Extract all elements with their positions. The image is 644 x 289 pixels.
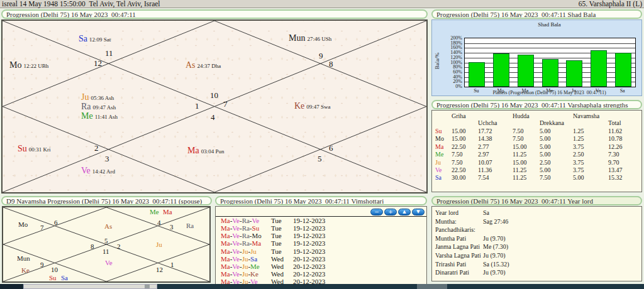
yearlord-row-label: Year lord	[435, 209, 458, 216]
sign-number: 6	[329, 144, 333, 153]
column-header: Navamsha	[573, 112, 599, 119]
dasha-row[interactable]: Ma-Ve-Ra-MoTue19-12-2023	[216, 232, 426, 239]
column-header: Total	[608, 119, 621, 126]
dasha-row[interactable]: Ma-Ve-Ra-SuTue19-12-2023	[216, 224, 426, 232]
y-tick-label: 100%	[433, 60, 462, 65]
dasha-row[interactable]: Ma-Ve-Ra-MaTue19-12-2023	[216, 239, 426, 247]
dasha-row[interactable]: Ma-Ve-Ra-VeTue19-12-2023	[216, 217, 426, 224]
planet-degree-nakshatra: 14:42 Ard	[92, 168, 115, 175]
dasha-row[interactable]: Ma-Ve-Ju-MeWed20-12-2023	[216, 263, 426, 270]
dasha-date: 20-12-2023	[293, 270, 325, 278]
planet-abbr: Ve	[81, 166, 91, 175]
strength-value: 5.00	[540, 151, 551, 158]
dasha-weekday: Tue	[271, 224, 282, 232]
yearlord-panel: Year lordSaMuntha:Sag 27:46Panchadhikari…	[431, 206, 642, 281]
sign-number: 2	[117, 243, 121, 250]
sign-number: 7	[223, 100, 228, 109]
bar-ma	[518, 55, 534, 87]
taskbar-item-segment[interactable]	[417, 284, 447, 289]
vimshottari-panel-header[interactable]: Progression (Delhi 75) 16 May 2023 00:47…	[215, 196, 427, 205]
gridline	[465, 43, 635, 44]
d1-rasi-chart[interactable]: Sa12:09 SatMo12:22 UBhMun27:46 UShAs24:3…	[1, 19, 428, 194]
strength-value: 7.50	[540, 174, 551, 181]
planet-label-sa: Sa12:09 Sat	[79, 34, 111, 44]
planet-label-ra: Ra09:47 Ash	[81, 102, 116, 112]
planet-abbr: Ma	[221, 263, 230, 270]
planet-label-sa: Sa	[61, 273, 68, 281]
dasha-date: 19-12-2023	[293, 248, 325, 255]
bar-su	[469, 62, 485, 87]
planet-abbr: Ve	[435, 166, 442, 173]
y-tick-label: 40%	[433, 74, 462, 80]
planet-abbr: Sa	[79, 34, 87, 43]
dasha-row[interactable]: Ma-Ve-Ju-SaWed20-12-2023	[216, 255, 426, 263]
column-header: Griha	[452, 112, 466, 119]
planet-abbr: Ra	[242, 224, 250, 232]
planet-abbr: Me	[435, 151, 443, 158]
column-header: Uchcha	[478, 119, 497, 126]
planet-abbr: Ju	[242, 270, 248, 278]
dasha-date: 20-12-2023	[293, 255, 325, 263]
vimshottari-list: −+▲▼Ma-Ve-Ra-VeTue19-12-2023Ma-Ve-Ra-SuT…	[215, 206, 427, 286]
dasha-down-button[interactable]: ▼	[412, 209, 425, 215]
planet-degree-nakshatra: 05:36 Ash	[91, 95, 114, 101]
y-tick-label: 120%	[433, 55, 462, 60]
planet-abbr: Su	[252, 224, 260, 232]
sign-number: 7	[40, 224, 44, 231]
yearlord-panel-header[interactable]: Progression (Delhi 75) 16 May 2023 00:47…	[431, 196, 642, 205]
planet-abbr: Ke	[294, 101, 304, 111]
dasha-row[interactable]: Ma-Ve-Ju-JuTue19-12-2023	[216, 248, 426, 255]
planet-label-ve: Ve	[105, 258, 113, 266]
dasha-weekday: Wed	[271, 255, 284, 263]
dasha-row[interactable]: Ma-Ve-Ju-KeWed20-12-2023	[216, 270, 426, 278]
dasha-date: 19-12-2023	[293, 232, 325, 239]
dasha-period-label: Ma-Ve-Ra-Mo	[221, 232, 262, 239]
dasha-date: 19-12-2023	[293, 239, 325, 247]
dasha-up-button[interactable]: ▲	[398, 209, 411, 215]
strength-value: 9.70	[608, 159, 619, 166]
planet-label-ve: Ve14:42 Ard	[81, 166, 115, 176]
d1-panel-header[interactable]: Progression (Delhi 75) 16 May 2023 00:47…	[1, 9, 428, 19]
sign-number: 12	[156, 266, 163, 273]
planet-abbr: Ke	[21, 266, 30, 274]
planet-degree-nakshatra: 24:37 Dha	[197, 63, 221, 69]
dasha-weekday: Tue	[271, 239, 282, 247]
planet-abbr: Ve	[232, 239, 240, 247]
planet-abbr: Ve	[232, 232, 240, 239]
taskbar-start-segment[interactable]	[0, 284, 23, 289]
planet-abbr: Ve	[105, 259, 113, 266]
planet-label-ra: Ra	[186, 221, 194, 229]
yearlord-row-value: Ju (9.70)	[483, 235, 506, 242]
sign-number: 1	[170, 261, 174, 268]
shadbala-panel-header[interactable]: Progression (Delhi 75) 16 May 2023 00:47…	[431, 9, 642, 19]
planet-label-ke: Ke09:47 Swa	[294, 101, 331, 111]
gridline	[465, 53, 635, 53]
planet-label-me: Me	[150, 207, 159, 215]
strengths-panel-header[interactable]: Progression (Delhi 75) 16 May 2023 00:47…	[431, 100, 642, 109]
dasha-weekday: Tue	[271, 217, 282, 224]
dasha-period-label: Ma-Ve-Ju-Me	[221, 263, 260, 270]
d9-navamsha-chart[interactable]: MoAsMeMaRaJuMunKeVeSuSa674358211910112	[2, 206, 211, 283]
planet-degree-nakshatra: 03:04 Pun	[201, 148, 225, 155]
d9-panel-header[interactable]: D9 Navamsha Progression (Delhi 75) 16 Ma…	[1, 196, 212, 205]
d9-chart-content: MoAsMeMaRaJuMunKeVeSuSa674358211910112	[3, 207, 209, 281]
planet-abbr: Ma	[221, 248, 230, 255]
strength-value: 17.72	[478, 128, 492, 134]
bar-ve	[591, 50, 607, 87]
sign-number: 3	[105, 155, 109, 163]
yearlord-row-value: Sa (15.32)	[483, 261, 509, 268]
strength-value: 5.00	[573, 174, 584, 181]
strength-value: 10.07	[478, 159, 492, 166]
y-tick-label: 160%	[433, 45, 462, 50]
planet-abbr: Ra	[81, 102, 91, 111]
planet-label-mo: Mo12:22 UBh	[9, 60, 48, 70]
dasha-minus-button[interactable]: −	[370, 209, 383, 215]
bar-mo	[493, 53, 509, 87]
dasha-plus-button[interactable]: +	[384, 209, 397, 215]
strength-value: 13.47	[608, 166, 623, 173]
sign-number: 12	[94, 59, 102, 68]
taskbar-window-segment[interactable]	[23, 284, 157, 289]
yearlord-row-value: Ju (9.70)	[483, 269, 506, 276]
planet-abbr: Me	[150, 208, 159, 215]
strength-value: 1.25	[573, 128, 584, 134]
